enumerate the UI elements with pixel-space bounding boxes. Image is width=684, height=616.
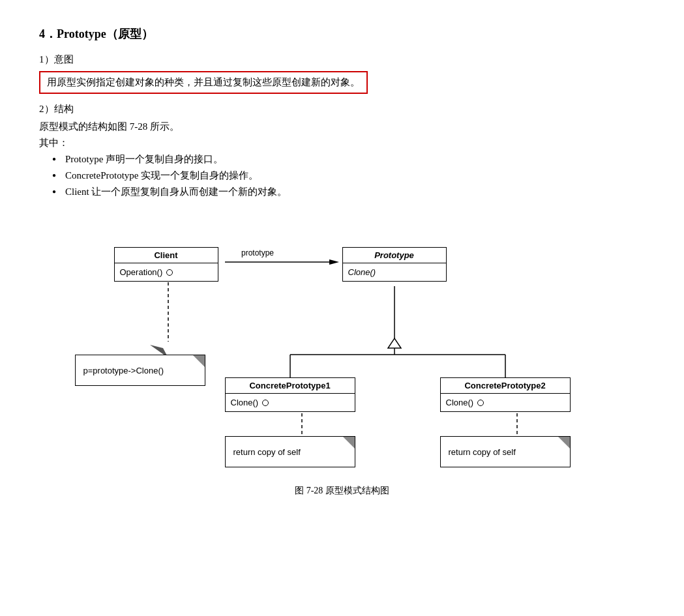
list-item: Client 让一个原型复制自身从而创建一个新的对象。: [52, 186, 645, 198]
list-item: ConcretePrototype 实现一个复制自身的操作。: [52, 169, 645, 182]
note2-box: return copy of self: [225, 436, 355, 467]
zhongqian-text: 其中：: [39, 138, 68, 148]
concrete2-body: Clone(): [441, 394, 570, 411]
concrete1-box: ConcretePrototype1 Clone(): [225, 377, 355, 412]
structure-label: 2）结构: [39, 104, 74, 114]
note3-box: return copy of self: [440, 436, 571, 467]
concrete2-method: Clone(): [446, 398, 474, 407]
client-method: Operation(): [120, 267, 163, 277]
client-lollipop: [166, 269, 173, 276]
intent-label: 1）意图: [39, 54, 74, 65]
bullet-list: Prototype 声明一个复制自身的接口。 ConcretePrototype…: [52, 153, 645, 198]
client-body: Operation(): [115, 263, 218, 281]
concrete1-header: ConcretePrototype1: [226, 378, 355, 394]
caption-text: 图 7-28 原型模式结构图: [295, 486, 389, 495]
structure-subtitle: 2）结构: [39, 103, 645, 115]
client-box: Client Operation(): [114, 247, 218, 282]
concrete1-body: Clone(): [226, 394, 355, 411]
structure-intro-text: 原型模式的结构如图 7-28 所示。: [39, 121, 179, 132]
section-name: Prototype（原型）: [57, 27, 153, 40]
svg-marker-2: [329, 259, 339, 265]
client-header: Client: [115, 248, 218, 263]
uml-diagram: prototype Client Operation(): [49, 211, 636, 472]
concrete1-lollipop: [262, 400, 269, 406]
section-title: 4．Prototype（原型）: [39, 26, 645, 42]
prototype-box: Prototype Clone(): [342, 247, 447, 282]
intent-subtitle: 1）意图: [39, 53, 645, 66]
intent-box: 用原型实例指定创建对象的种类，并且通过复制这些原型创建新的对象。: [39, 71, 368, 94]
note1-text: p=prototype->Clone(): [83, 366, 164, 375]
prototype-header: Prototype: [343, 248, 446, 263]
client-note-box: p=prototype->Clone(): [75, 355, 205, 386]
concrete2-header: ConcretePrototype2: [441, 378, 570, 394]
prototype-body: Clone(): [343, 263, 446, 281]
concrete2-lollipop: [477, 400, 484, 406]
note3-text: return copy of self: [449, 447, 516, 457]
prototype-method: Clone(): [348, 267, 376, 277]
concrete1-method: Clone(): [231, 398, 259, 407]
section-number: 4．: [39, 27, 57, 40]
list-item: Prototype 声明一个复制自身的接口。: [52, 153, 645, 166]
zhongqian: 其中：: [39, 137, 645, 149]
figure-caption: 图 7-28 原型模式结构图: [39, 485, 645, 497]
note2-text: return copy of self: [233, 447, 301, 457]
intent-text: 用原型实例指定创建对象的种类，并且通过复制这些原型创建新的对象。: [47, 77, 360, 87]
concrete2-box: ConcretePrototype2 Clone(): [440, 377, 571, 412]
svg-text:prototype: prototype: [241, 248, 274, 257]
structure-intro: 原型模式的结构如图 7-28 所示。: [39, 121, 645, 133]
svg-marker-6: [388, 338, 401, 348]
